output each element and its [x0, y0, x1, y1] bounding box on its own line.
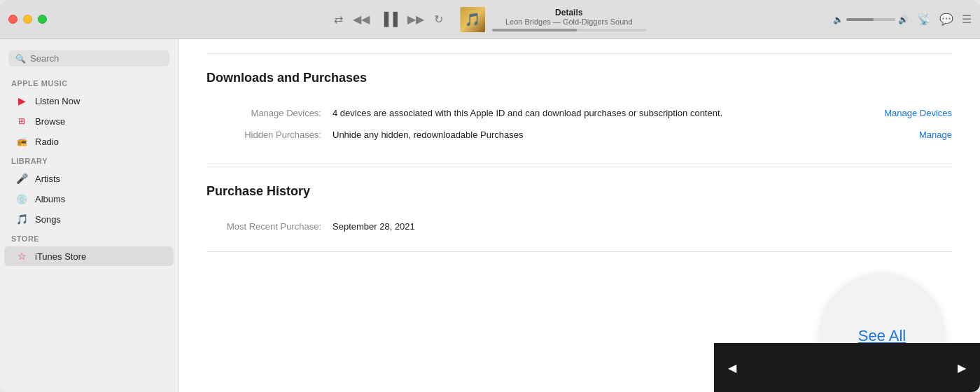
pause-button[interactable]: ▐▐	[379, 12, 398, 27]
browse-icon: ⊞	[15, 115, 28, 127]
downloads-table: Manage Devices: 4 devices are associated…	[206, 102, 952, 146]
sidebar-item-itunes-store[interactable]: ☆ iTunes Store	[4, 246, 174, 266]
hidden-purchases-label: Hidden Purchases:	[206, 124, 332, 146]
sidebar: 🔍 Apple Music ▶ Listen Now ⊞ Browse 📻 Ra…	[0, 39, 178, 392]
player-controls: ⇄ ◀◀ ▐▐ ▶▶ ↻	[334, 12, 443, 27]
sidebar-item-label-radio: Radio	[35, 136, 59, 147]
manage-devices-value: 4 devices are associated with this Apple…	[332, 102, 830, 124]
section-label-store: Store	[0, 232, 178, 246]
search-icon: 🔍	[15, 54, 26, 64]
album-art: 🎵	[460, 7, 485, 32]
progress-fill	[492, 29, 577, 31]
volume-slider[interactable]	[846, 18, 895, 21]
recent-purchase-label: Most Recent Purchase:	[206, 216, 332, 237]
sidebar-item-browse[interactable]: ⊞ Browse	[4, 111, 174, 131]
sidebar-item-listen-now[interactable]: ▶ Listen Now	[4, 91, 174, 111]
songs-icon: 🎵	[15, 213, 28, 225]
hidden-purchases-action[interactable]: Manage	[830, 124, 953, 146]
lyrics-button[interactable]: 💬	[939, 13, 953, 26]
bottom-bar-left-arrow[interactable]: ◀	[728, 361, 736, 374]
artists-icon: 🎤	[15, 172, 28, 185]
content-inner: Downloads and Purchases Manage Devices: …	[178, 39, 980, 283]
rewind-button[interactable]: ◀◀	[353, 13, 370, 26]
top-divider	[206, 53, 952, 54]
traffic-lights	[8, 15, 47, 24]
search-bar[interactable]: 🔍	[8, 50, 169, 66]
titlebar-right: 🔈 🔊 📡 💬 ☰	[833, 13, 972, 26]
track-artist-song: Leon Bridges — Gold-Diggers Sound	[505, 18, 633, 26]
bottom-bar: ◀ ▶	[714, 343, 980, 392]
sidebar-item-label-itunes-store: iTunes Store	[35, 251, 86, 262]
sidebar-item-artists[interactable]: 🎤 Artists	[4, 169, 174, 188]
radio-icon: 📻	[15, 135, 28, 148]
titlebar-center: ⇄ ◀◀ ▐▐ ▶▶ ↻ 🎵 Details Leon Bridges — Go…	[334, 7, 646, 32]
sidebar-item-label-albums: Albums	[35, 194, 65, 204]
listen-now-icon: ▶	[15, 94, 28, 107]
purchase-history-table: Most Recent Purchase: September 28, 2021	[206, 216, 952, 237]
recent-purchase-value: September 28, 2021	[332, 216, 795, 237]
table-row-hidden-purchases: Hidden Purchases: Unhide any hidden, red…	[206, 124, 952, 146]
recent-purchase-action	[795, 216, 952, 237]
section-label-library: Library	[0, 154, 178, 168]
volume-high-icon: 🔊	[898, 15, 909, 24]
repeat-button[interactable]: ↻	[434, 13, 443, 26]
sidebar-item-label-artists: Artists	[35, 174, 60, 184]
shuffle-button[interactable]: ⇄	[334, 13, 343, 26]
minimize-button[interactable]	[23, 15, 32, 24]
sidebar-item-label-browse: Browse	[35, 116, 65, 127]
sidebar-item-label-songs: Songs	[35, 214, 61, 225]
hidden-purchases-value: Unhide any hidden, redownloadable Purcha…	[332, 124, 830, 146]
manage-link[interactable]: Manage	[919, 130, 952, 140]
section-label-apple-music: Apple Music	[0, 76, 178, 90]
bottom-divider	[206, 251, 952, 252]
titlebar: ⇄ ◀◀ ▐▐ ▶▶ ↻ 🎵 Details Leon Bridges — Go…	[0, 0, 980, 39]
section-title-downloads: Downloads and Purchases	[206, 71, 952, 85]
itunes-store-icon: ☆	[15, 250, 28, 262]
content-area: Downloads and Purchases Manage Devices: …	[178, 39, 980, 392]
forward-button[interactable]: ▶▶	[407, 13, 424, 26]
progress-bar[interactable]	[492, 29, 646, 31]
close-button[interactable]	[8, 15, 18, 24]
volume-control: 🔈 🔊	[833, 15, 909, 24]
table-row-manage-devices: Manage Devices: 4 devices are associated…	[206, 102, 952, 124]
track-title: Details	[555, 8, 582, 18]
menu-button[interactable]: ☰	[962, 13, 972, 26]
search-input[interactable]	[30, 53, 162, 64]
albums-icon: 💿	[15, 192, 28, 205]
section-title-purchase-history: Purchase History	[206, 184, 952, 199]
sidebar-item-albums[interactable]: 💿 Albums	[4, 189, 174, 209]
manage-devices-action[interactable]: Manage Devices	[830, 102, 953, 124]
track-info: Details Leon Bridges — Gold-Diggers Soun…	[492, 8, 646, 31]
mid-divider	[206, 167, 952, 167]
sidebar-item-radio[interactable]: 📻 Radio	[4, 132, 174, 151]
bottom-bar-right-arrow[interactable]: ▶	[958, 361, 966, 374]
sidebar-item-songs[interactable]: 🎵 Songs	[4, 209, 174, 229]
volume-low-icon: 🔈	[833, 15, 844, 24]
manage-devices-link[interactable]: Manage Devices	[884, 108, 952, 118]
manage-devices-label: Manage Devices:	[206, 102, 332, 124]
volume-fill	[846, 18, 874, 21]
main-layout: 🔍 Apple Music ▶ Listen Now ⊞ Browse 📻 Ra…	[0, 39, 980, 392]
maximize-button[interactable]	[38, 15, 47, 24]
sidebar-item-label-listen-now: Listen Now	[35, 96, 80, 106]
table-row-recent-purchase: Most Recent Purchase: September 28, 2021	[206, 216, 952, 237]
airplay-button[interactable]: 📡	[917, 13, 931, 26]
